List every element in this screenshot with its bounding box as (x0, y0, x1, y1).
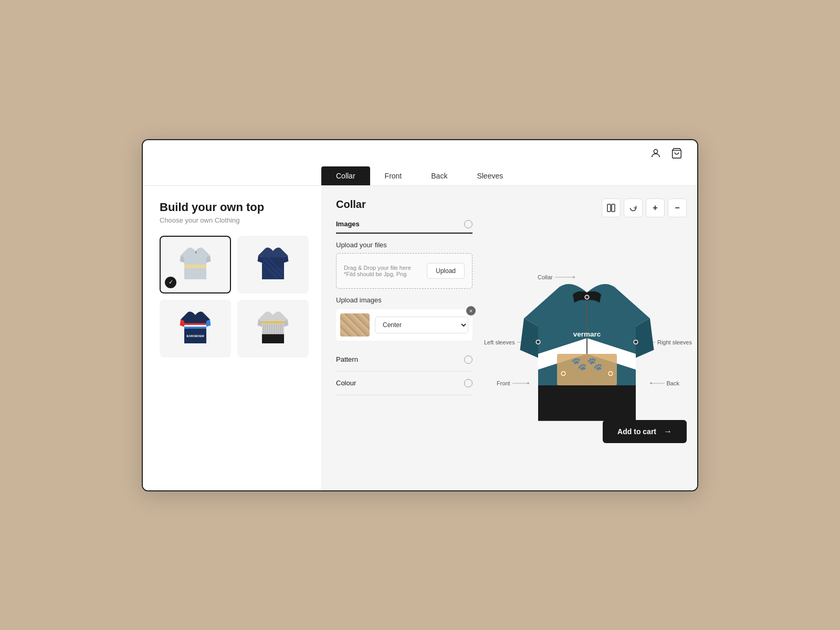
images-section-header: Images (336, 220, 472, 234)
svg-point-37 (561, 371, 565, 375)
svg-point-34 (585, 295, 589, 299)
jersey-svg-4 (255, 308, 291, 350)
uploaded-thumbnail (340, 313, 370, 337)
tab-front[interactable]: Front (370, 166, 417, 185)
svg-point-0 (654, 149, 657, 153)
svg-rect-19 (612, 204, 615, 212)
file-hint: *Fild should be Jpg, Png (344, 271, 411, 277)
sidebar: Build your own top Choose your own Cloth… (143, 186, 321, 490)
tab-back[interactable]: Back (416, 166, 462, 185)
pattern-radio[interactable] (464, 355, 472, 364)
svg-point-35 (536, 340, 540, 344)
pattern-section[interactable]: Pattern (336, 348, 472, 372)
zoom-in-icon: + (653, 203, 657, 213)
preview-jersey-svg: vermarc 🐾🐾 (508, 275, 666, 433)
header (143, 140, 697, 166)
jersey-preview-area: Collar Left sleeves Right sleeves (487, 259, 687, 427)
zoom-in-button[interactable]: + (646, 198, 665, 217)
svg-text:vermarc: vermarc (573, 330, 601, 338)
split-view-button[interactable] (602, 198, 621, 217)
arrow-right-icon: → (664, 427, 672, 436)
zoom-out-button[interactable]: − (668, 198, 687, 217)
upload-files-label: Upload your files (336, 241, 472, 249)
colour-label: Colour (336, 379, 356, 387)
jersey-item-1[interactable]: ✓ (160, 236, 231, 293)
drag-drop-text: Drag & Drop your file here (344, 265, 411, 271)
svg-text:BAROBOEM: BAROBOEM (186, 334, 204, 338)
tab-sleeves[interactable]: Sleeves (462, 166, 518, 185)
svg-point-36 (634, 340, 638, 344)
preview-panel: + − Collar Left sleeves (487, 198, 687, 478)
position-select[interactable]: Center Left Right Top Bottom (375, 317, 468, 333)
add-to-cart-button[interactable]: Add to cart → (603, 420, 687, 443)
colour-radio[interactable] (464, 379, 472, 387)
cart-icon[interactable] (671, 148, 682, 159)
main-layout: Build your own top Choose your own Cloth… (143, 186, 697, 490)
tab-collar[interactable]: Collar (321, 166, 370, 185)
upload-button[interactable]: Upload (427, 263, 465, 279)
jersey-grid: ✓ ✓ (160, 236, 309, 358)
svg-rect-18 (607, 204, 611, 212)
images-radio[interactable] (464, 220, 472, 228)
config-panel: Collar Images Upload your files Drag & D… (336, 198, 472, 478)
svg-point-38 (608, 371, 613, 375)
jersey-svg-1 (177, 244, 214, 286)
jersey-svg-2 (255, 244, 291, 286)
remove-image-button[interactable]: × (466, 306, 476, 316)
thumb-pattern (340, 313, 370, 337)
jersey-item-2[interactable]: ✓ (237, 236, 309, 293)
upload-dropzone[interactable]: Drag & Drop your file here *Fild should … (336, 253, 472, 289)
screen-wrapper: Collar Front Back Sleeves Build your own… (142, 139, 698, 491)
jersey-svg-3: BAROBOEM (177, 308, 214, 350)
config-title: Collar (336, 198, 472, 211)
check-badge-1: ✓ (165, 277, 176, 288)
sidebar-title: Build your own top (160, 201, 309, 214)
back-annotation-text: Back (667, 380, 679, 386)
tab-navigation: Collar Front Back Sleeves (143, 166, 697, 186)
sidebar-subtitle: Choose your own Clothing (160, 216, 309, 224)
jersey-item-3[interactable]: BAROBOEM ✓ (160, 300, 231, 358)
upload-images-label: Upload images (336, 296, 472, 304)
jersey-item-4[interactable]: ✓ (237, 300, 309, 358)
uploaded-image-row: Center Left Right Top Bottom × (336, 309, 472, 341)
pattern-label: Pattern (336, 355, 358, 363)
user-icon[interactable] (650, 148, 662, 159)
zoom-out-icon: − (675, 203, 679, 213)
preview-controls: + − (602, 198, 687, 217)
add-to-cart-label: Add to cart (617, 427, 656, 436)
images-label: Images (336, 220, 360, 228)
rotate-button[interactable] (624, 198, 643, 217)
svg-text:🐾🐾: 🐾🐾 (571, 356, 603, 371)
right-panel: Collar Images Upload your files Drag & D… (321, 186, 698, 490)
colour-section[interactable]: Colour (336, 372, 472, 395)
